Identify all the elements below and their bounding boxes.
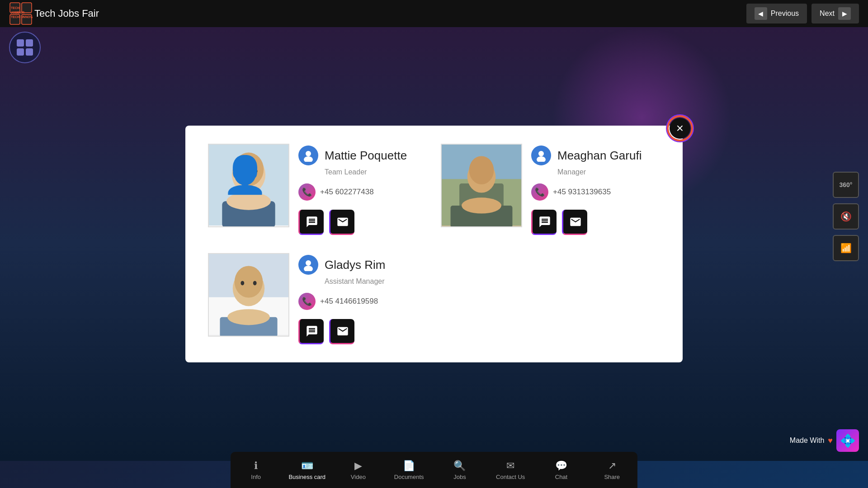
empty-slot xyxy=(441,253,660,344)
email-icon-3 xyxy=(336,325,349,338)
contact-info-3: Gladys Rim Assistant Manager 📞 +45 41466… xyxy=(298,253,427,344)
svg-point-33 xyxy=(241,281,244,286)
contact-name-3: Gladys Rim xyxy=(325,258,385,272)
contact-phone-3: 📞 +45 4146619598 xyxy=(298,293,427,310)
contact-header-1: Mattie Poquette xyxy=(298,145,427,165)
phone-icon-1: 📞 xyxy=(298,183,316,201)
svg-point-36 xyxy=(304,266,313,271)
contact-photo-2 xyxy=(441,144,522,227)
svg-point-25 xyxy=(538,151,544,156)
email-button-1[interactable] xyxy=(329,210,354,235)
contact-card-3: Gladys Rim Assistant Manager 📞 +45 41466… xyxy=(208,253,427,344)
contact-actions-2 xyxy=(531,210,660,235)
phone-number-2: +45 9313139635 xyxy=(553,188,611,197)
contact-avatar-1 xyxy=(298,145,318,165)
email-button-3[interactable] xyxy=(329,319,354,344)
svg-point-10 xyxy=(232,156,265,193)
contact-card-2: Meaghan Garufi Manager 📞 +45 9313139635 xyxy=(441,144,660,235)
contact-header-3: Gladys Rim xyxy=(298,255,427,275)
phone-number-3: +45 4146619598 xyxy=(320,297,378,306)
contact-phone-1: 📞 +45 602277438 xyxy=(298,183,427,201)
phone-icon-3: 📞 xyxy=(298,293,316,310)
email-button-2[interactable] xyxy=(562,210,587,235)
contact-header-2: Meaghan Garufi xyxy=(531,145,660,165)
contact-actions-1 xyxy=(298,210,427,235)
modal-overlay: Mattie Poquette Team Leader 📞 +45 602277… xyxy=(0,0,868,488)
svg-point-30 xyxy=(235,266,263,297)
contacts-grid: Mattie Poquette Team Leader 📞 +45 602277… xyxy=(208,144,660,344)
svg-point-24 xyxy=(462,197,501,213)
contact-name-2: Meaghan Garufi xyxy=(557,149,642,163)
contact-avatar-2 xyxy=(531,145,551,165)
svg-point-13 xyxy=(226,192,271,210)
svg-point-15 xyxy=(253,169,258,174)
contact-avatar-3 xyxy=(298,255,318,275)
contact-role-2: Manager xyxy=(557,168,660,176)
contact-role-1: Team Leader xyxy=(325,168,427,176)
contact-photo-3 xyxy=(208,253,289,337)
contact-photo-1 xyxy=(208,144,289,227)
chat-button-3[interactable] xyxy=(298,319,324,344)
svg-point-17 xyxy=(304,156,313,162)
contact-info-1: Mattie Poquette Team Leader 📞 +45 602277… xyxy=(298,144,427,235)
svg-point-32 xyxy=(227,309,270,325)
email-icon-2 xyxy=(569,216,582,228)
contact-role-3: Assistant Manager xyxy=(325,277,427,286)
contact-photo-svg-1 xyxy=(209,144,288,226)
svg-point-34 xyxy=(253,281,257,286)
chat-icon-2 xyxy=(538,216,551,228)
svg-point-16 xyxy=(306,151,311,156)
contact-info-2: Meaghan Garufi Manager 📞 +45 9313139635 xyxy=(531,144,660,235)
phone-icon-2: 📞 xyxy=(531,183,548,201)
email-icon-1 xyxy=(336,216,349,228)
close-button[interactable] xyxy=(668,117,692,140)
chat-button-1[interactable] xyxy=(298,210,324,235)
contact-name-1: Mattie Poquette xyxy=(325,149,407,163)
svg-point-26 xyxy=(537,156,546,162)
contact-actions-3 xyxy=(298,319,427,344)
contact-photo-svg-3 xyxy=(209,253,288,336)
svg-point-35 xyxy=(306,260,311,266)
contact-card-1: Mattie Poquette Team Leader 📞 +45 602277… xyxy=(208,144,427,235)
svg-point-11 xyxy=(234,153,264,186)
contacts-modal: Mattie Poquette Team Leader 📞 +45 602277… xyxy=(185,126,683,362)
chat-icon-1 xyxy=(306,216,318,228)
chat-button-2[interactable] xyxy=(531,210,557,235)
contact-phone-2: 📞 +45 9313139635 xyxy=(531,183,660,201)
svg-point-14 xyxy=(240,169,244,174)
chat-icon-3 xyxy=(306,325,318,338)
phone-number-1: +45 602277438 xyxy=(320,188,374,197)
svg-point-22 xyxy=(469,156,494,184)
contact-photo-svg-2 xyxy=(442,144,521,226)
